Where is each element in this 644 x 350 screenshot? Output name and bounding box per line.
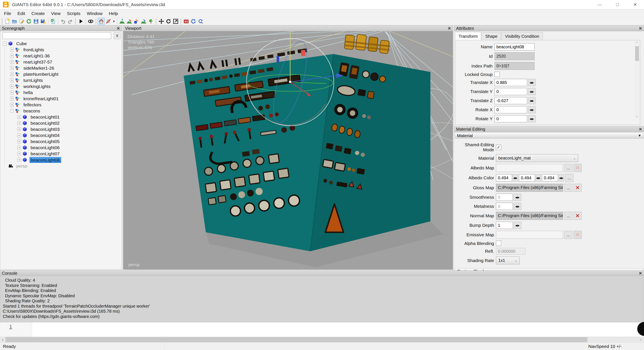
attributes-close-icon[interactable]: ✕ <box>639 26 642 30</box>
clear-map-button[interactable]: ✕ <box>574 184 582 192</box>
tree-label[interactable]: kroneRearLight01 <box>22 96 60 102</box>
tree-label[interactable]: beaconLight05 <box>30 139 61 144</box>
horizontal-scrollbar[interactable]: ‹ › <box>0 337 644 342</box>
tree-expander-icon[interactable]: + <box>17 152 21 155</box>
close-button[interactable]: ✕ <box>626 0 644 9</box>
tree-label[interactable]: hella <box>22 90 34 95</box>
console-log[interactable]: Cloud Quality: 4 Texture Streaming: Enab… <box>0 276 644 322</box>
tree-expander-icon[interactable]: − <box>3 42 6 45</box>
undo-button[interactable] <box>60 18 67 25</box>
tree-expander-icon[interactable]: + <box>10 79 14 82</box>
translate-y-input[interactable] <box>494 88 527 95</box>
tree-label[interactable]: rearLight37-57 <box>22 59 53 65</box>
material-section-header[interactable]: Material ▼ <box>455 133 644 139</box>
tree-row-hella[interactable]: +hella <box>0 90 121 96</box>
name-input[interactable] <box>494 43 534 51</box>
tree-row-beaconlight08[interactable]: +beaconLight08 <box>0 157 121 163</box>
tree-label[interactable]: Cube <box>15 41 28 47</box>
tree-expander-icon[interactable]: + <box>10 97 14 100</box>
tree-label[interactable]: beaconLight04 <box>30 133 61 138</box>
material-dropdown[interactable]: beaconLight_mat⌄ <box>496 154 578 162</box>
script-editor[interactable]: 1 <box>0 322 644 337</box>
tree-row-platenumberlight[interactable]: +plateNumberLight <box>0 71 121 77</box>
tree-label[interactable]: beaconLight03 <box>30 127 61 132</box>
tree-expander-icon[interactable]: + <box>17 146 21 149</box>
clear-map-button[interactable]: ✕ <box>574 164 582 172</box>
smoothness-input[interactable] <box>496 194 513 201</box>
tree-row-beaconlight05[interactable]: +beaconLight05 <box>0 138 121 145</box>
terrain-sculpt-button[interactable] <box>118 18 126 25</box>
tree-expander-icon[interactable]: + <box>10 60 14 64</box>
viewport-3d-canvas[interactable]: Distance 4.41Triangles 760Vertices 676 p… <box>123 31 453 270</box>
scroll-left-icon[interactable]: ‹ <box>0 337 6 342</box>
tree-label[interactable]: frontLights <box>22 47 45 53</box>
tree-row-beaconlight02[interactable]: +beaconLight02 <box>0 120 121 126</box>
menu-item-view[interactable]: View <box>48 10 64 17</box>
shared-editing-mode-checkbox[interactable]: ✓ <box>496 145 501 150</box>
spinner-icon[interactable]: ◀▶ <box>528 97 536 104</box>
rotate-x-input[interactable] <box>494 106 527 113</box>
rotate-y-input[interactable] <box>494 115 527 122</box>
tree-row-beaconlight07[interactable]: +beaconLight07 <box>0 151 121 157</box>
toggle-lights-button[interactable] <box>105 18 112 25</box>
ab-compare-button[interactable]: AB <box>182 18 190 25</box>
viewport-close-icon[interactable]: ✕ <box>448 26 451 30</box>
spinner-icon[interactable]: ◀▶ <box>536 174 541 181</box>
spinner-icon[interactable]: ◀▶ <box>514 222 521 229</box>
terrain-detail-button[interactable] <box>140 18 147 25</box>
tree-row-kronerearlight01[interactable]: +kroneRearLight01 <box>0 96 121 102</box>
spinner-icon[interactable]: ◀▶ <box>528 106 536 113</box>
scenegraph-close-icon[interactable]: ✕ <box>116 26 120 30</box>
browse-button[interactable]: ... <box>564 184 572 192</box>
spinner-icon[interactable]: ◀▶ <box>528 88 536 95</box>
menu-item-create[interactable]: Create <box>28 10 48 17</box>
tree-row-workinglights[interactable]: +workingLights <box>0 83 121 90</box>
albedo-color-input[interactable] <box>542 174 558 181</box>
tree-placement-button[interactable] <box>147 18 154 25</box>
tree-label[interactable]: felfectors <box>22 102 42 108</box>
edit-file-button[interactable] <box>18 18 25 25</box>
spinner-icon[interactable]: ◀▶ <box>528 79 536 86</box>
reload-file-button[interactable] <box>25 18 32 25</box>
open-file-button[interactable] <box>11 18 18 25</box>
scroll-down-icon[interactable]: ⌄ <box>634 114 640 118</box>
tree-expander-icon[interactable]: + <box>17 140 21 143</box>
tree-expander-icon[interactable]: + <box>10 48 14 52</box>
locked-group-checkbox[interactable] <box>494 72 500 77</box>
tab-shape[interactable]: Shape <box>482 32 501 40</box>
tree-expander-icon[interactable]: + <box>17 127 21 131</box>
tree-expander-icon[interactable]: − <box>10 109 14 113</box>
tree-label[interactable]: workingLights <box>22 84 52 89</box>
save-as-file-button[interactable] <box>40 18 47 25</box>
browse-button[interactable]: ... <box>564 231 572 239</box>
menu-item-help[interactable]: Help <box>106 10 121 17</box>
material-editing-close-icon[interactable]: ✕ <box>639 127 642 131</box>
tree-row-beaconlight01[interactable]: +beaconLight01 <box>0 114 121 120</box>
bump-depth-input[interactable] <box>496 222 513 229</box>
spinner-icon[interactable]: ◀▶ <box>528 115 536 122</box>
refresh-materials-button[interactable] <box>190 18 197 25</box>
menu-item-window[interactable]: Window <box>84 10 106 17</box>
foliage-paint-button[interactable] <box>133 18 140 25</box>
hscroll-thumb[interactable] <box>6 337 588 342</box>
scroll-thumb[interactable] <box>635 46 639 61</box>
tree-row-beaconlight06[interactable]: +beaconLight06 <box>0 145 121 151</box>
albedo-color-input[interactable] <box>519 174 535 181</box>
clear-map-button[interactable]: ✕ <box>574 212 582 220</box>
tree-row-beacons[interactable]: −beacons <box>0 108 121 114</box>
browse-button[interactable]: ... <box>564 212 572 220</box>
spinner-icon[interactable]: ◀▶ <box>514 203 521 210</box>
scroll-right-icon[interactable]: › <box>638 337 644 342</box>
tree-row-rearlight37-57[interactable]: +rearLight37-57 <box>0 59 121 65</box>
tree-row-beaconlight03[interactable]: +beaconLight03 <box>0 126 121 132</box>
tree-label[interactable]: rearLight1-36 <box>22 53 51 59</box>
show-hide-button[interactable] <box>87 18 94 25</box>
shading-rate-dropdown[interactable]: 1x1⌄ <box>496 256 520 264</box>
maximize-button[interactable]: □ <box>608 0 626 9</box>
tab-transform[interactable]: Transform <box>455 32 481 40</box>
tree-expander-icon[interactable]: + <box>10 54 14 58</box>
translate-z-input[interactable] <box>494 97 527 104</box>
tree-expander-icon[interactable]: + <box>17 115 21 119</box>
tree-label[interactable]: persp <box>15 163 28 169</box>
redo-button[interactable] <box>67 18 74 25</box>
